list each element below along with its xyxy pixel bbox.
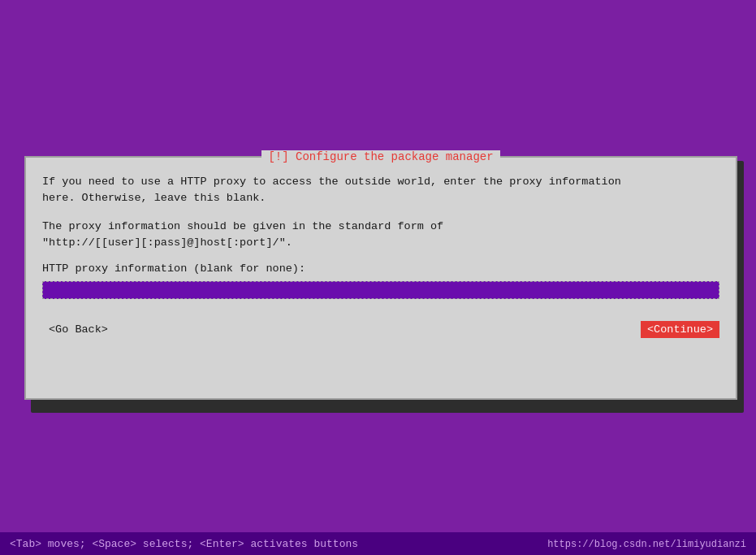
dialog-content: If you need to use a HTTP proxy to acces… [26,158,736,311]
screen: [!] Configure the package manager If you… [0,0,756,555]
bottom-hint-text: <Tab> moves; <Space> selects; <Enter> ac… [10,538,358,550]
watermark-text: https://blog.csdn.net/limiyudianzi [547,539,746,550]
bottom-bar: <Tab> moves; <Space> selects; <Enter> ac… [0,532,756,555]
dialog-text-2: The proxy information should be given in… [42,219,719,252]
continue-button[interactable]: <Continue> [641,321,719,338]
dialog-title: [!] Configure the package manager [261,150,499,163]
title-line-left [26,156,261,158]
title-line-right [500,156,736,158]
proxy-input[interactable] [42,281,719,299]
dialog-text-1: If you need to use a HTTP proxy to acces… [42,174,719,207]
dialog-buttons: <Go Back> <Continue> [26,311,736,338]
dialog: [!] Configure the package manager If you… [24,156,737,400]
proxy-label: HTTP proxy information (blank for none): [42,262,719,275]
go-back-button[interactable]: <Go Back> [42,321,114,338]
dialog-title-bar: [!] Configure the package manager [26,150,736,164]
